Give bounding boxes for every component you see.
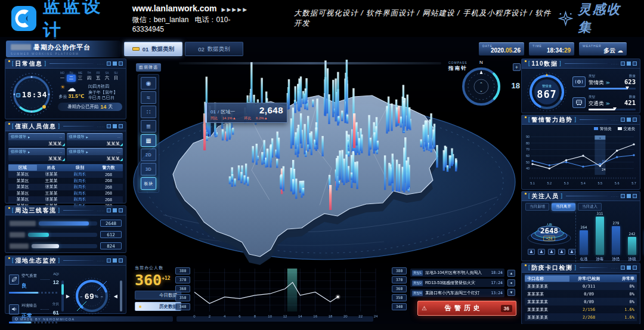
layer-button-signal-icon[interactable]: ≈: [141, 91, 156, 104]
table-row[interactable]: 某某区张某某副局长268: [8, 184, 123, 190]
scroll-down-icon[interactable]: ▼: [507, 289, 515, 296]
minimize-icon[interactable]: [107, 258, 111, 263]
minimize-icon[interactable]: [107, 124, 111, 128]
layer-button-板块[interactable]: 板块: [141, 177, 156, 190]
tab-data-category-1[interactable]: 01数据类别: [124, 42, 182, 56]
window-icon[interactable]: [627, 118, 631, 122]
layer-button-grid-icon[interactable]: ∷: [141, 106, 156, 118]
svg-text:40: 40: [526, 166, 530, 170]
window-icon[interactable]: [627, 61, 631, 66]
layer-button-chart-icon[interactable]: ▦: [141, 134, 156, 147]
window-icon[interactable]: [627, 194, 631, 198]
gear-icon: [15, 317, 18, 320]
person-icon[interactable]: ♟: [528, 249, 535, 255]
time-box: TIME 18:34:29: [529, 42, 574, 55]
gauge-left-slider[interactable]: [61, 280, 64, 312]
svg-text:5.6: 5.6: [615, 181, 620, 185]
layer-button-list-icon[interactable]: ≣: [141, 120, 156, 132]
window-icon[interactable]: [627, 266, 631, 270]
minimize-icon[interactable]: [621, 194, 625, 198]
duty-leader-card[interactable]: 值班领导▸···某某某: [8, 148, 65, 161]
flow-bar-row: 612: [10, 231, 122, 238]
expand-icon[interactable]: [119, 258, 123, 263]
minimize-icon[interactable]: [621, 61, 625, 66]
today-data-button[interactable]: 今日数据: [135, 291, 181, 300]
window-icon[interactable]: [113, 258, 117, 263]
person-icon[interactable]: ♟: [568, 249, 575, 255]
table-row[interactable]: 某某区王某某副局长268: [8, 178, 123, 184]
weekday-cell[interactable]: SA六: [103, 72, 112, 82]
table-row[interactable]: 某某区张某某副局长268: [8, 171, 123, 178]
weekday-cell[interactable]: SU日: [112, 72, 120, 82]
weekday-cell[interactable]: TU二: [67, 72, 76, 82]
table-row[interactable]: 某某某某某2/1561.6%: [525, 306, 637, 313]
minimize-icon[interactable]: [107, 61, 111, 66]
duty-leader-card[interactable]: 值班领导▸···某某某: [67, 133, 123, 146]
alarm-row[interactable]: 类型4某路口有小汽车连闯三个红灯13:24: [410, 289, 504, 297]
table-row[interactable]: 某某某某某0/3110%: [525, 282, 637, 290]
tab-icon: [132, 47, 140, 51]
tab-data-category-2[interactable]: 02数据类别: [185, 42, 243, 56]
weekday-cell[interactable]: TH四: [85, 72, 94, 82]
expand-icon[interactable]: [633, 118, 637, 122]
focus-tab[interactable]: 当日进入: [578, 203, 602, 211]
tooltip-rates: 同比 14.1%▲ 环比 6.2%▲: [210, 116, 283, 121]
alarm-count-badge: 36: [501, 305, 512, 312]
scroll-up-icon[interactable]: ▲: [507, 270, 515, 277]
minimize-icon[interactable]: [621, 266, 625, 270]
expand-icon[interactable]: [633, 194, 637, 198]
layer-button-camera-icon[interactable]: ◉: [141, 77, 156, 90]
expand-icon[interactable]: [119, 208, 123, 212]
window-icon[interactable]: [113, 208, 117, 212]
masked-line-label: [10, 232, 25, 238]
expand-icon[interactable]: [633, 266, 637, 270]
expand-icon[interactable]: [119, 124, 123, 128]
gauge-right-arrow[interactable]: ◀: [114, 294, 117, 299]
panel-title: 值班人员信息: [16, 122, 57, 131]
layer-button-2D[interactable]: 2D: [141, 149, 156, 161]
table-row[interactable]: 某某某某0/890%: [525, 290, 637, 298]
compass-widget[interactable]: COMPASS 指南针 N ⌃ ⌄ 18: [448, 60, 521, 116]
minimize-icon[interactable]: [107, 208, 111, 212]
person-icon[interactable]: ♟: [558, 249, 565, 255]
duty-leader-card[interactable]: 值班领导▸···某某某: [67, 148, 123, 161]
y-axis-labels-left: 380370360350340: [175, 266, 190, 323]
checkpoint-table: 卡口名称异常/已检测异常率某某某某某0/3110%某某某某0/890%某某某某某…: [525, 275, 637, 321]
table-row[interactable]: 某某区王某某副局长268: [8, 190, 123, 197]
svg-text:18: 18: [329, 314, 333, 318]
table-row[interactable]: 某某某某某2/2681.6%: [525, 313, 637, 321]
alarm-banner-label: 告警历史: [427, 304, 501, 313]
window-icon[interactable]: [113, 124, 117, 128]
expand-icon[interactable]: [119, 61, 123, 66]
person-icon[interactable]: ♟: [538, 249, 545, 255]
person-icon[interactable]: ♟: [548, 249, 555, 255]
credit-bar: MADE BY NEHOMMICOA: [12, 316, 173, 322]
alarm-row[interactable]: 类型2RD13-53烟感报警疑似火灾17:24: [410, 279, 504, 287]
y-tick-box: 380: [175, 267, 190, 275]
summer-notice-bar: 暑期办公已开始14天: [58, 103, 122, 111]
map-zoom-in-button[interactable]: +: [513, 63, 521, 71]
minimize-icon[interactable]: [621, 118, 625, 122]
platform-title: 暑期办公协作平台 SUMMER WORKING PLATFORM: [6, 41, 120, 57]
weekday-cell[interactable]: FR五: [94, 72, 103, 82]
gauge-right-slider[interactable]: [120, 280, 122, 312]
window-icon[interactable]: [113, 61, 117, 66]
alarm-row[interactable]: 类型1湿地3-104片区有不明人员闯入18:24: [410, 269, 504, 277]
duty-leader-card[interactable]: 值班领导▸···某某某: [8, 133, 65, 146]
gauge-left-arrow[interactable]: ▶: [66, 294, 70, 299]
contact-info: 微信：ben_lanlan 电话：010-63334945: [132, 15, 258, 33]
scroll-dot-icon[interactable]: ●: [507, 279, 515, 286]
history-data-button[interactable]: 历史数据: [135, 302, 181, 311]
table-row[interactable]: 某某某某某0/890%: [525, 298, 637, 306]
website-url[interactable]: www.lanlanwork.com▶▶▶▶▶: [132, 4, 258, 13]
alarm-history-banner[interactable]: ⚠ 告警历史 36: [417, 301, 516, 316]
map-region-tooltip[interactable]: 01 / 区域一 2,648 同比 14.1%▲ 环比 6.2%▲: [205, 103, 287, 123]
expand-icon[interactable]: [633, 61, 637, 66]
legend-item[interactable]: 警情类: [594, 127, 612, 132]
compass-north-label: N: [479, 60, 483, 65]
weekday-cell[interactable]: MO一: [58, 72, 67, 82]
table-row[interactable]: 某某区张某某副局长268: [8, 196, 123, 203]
weekday-cell[interactable]: WE三: [76, 72, 85, 82]
layer-button-3D[interactable]: 3D: [141, 163, 156, 175]
legend-item[interactable]: 交通类: [618, 127, 636, 132]
